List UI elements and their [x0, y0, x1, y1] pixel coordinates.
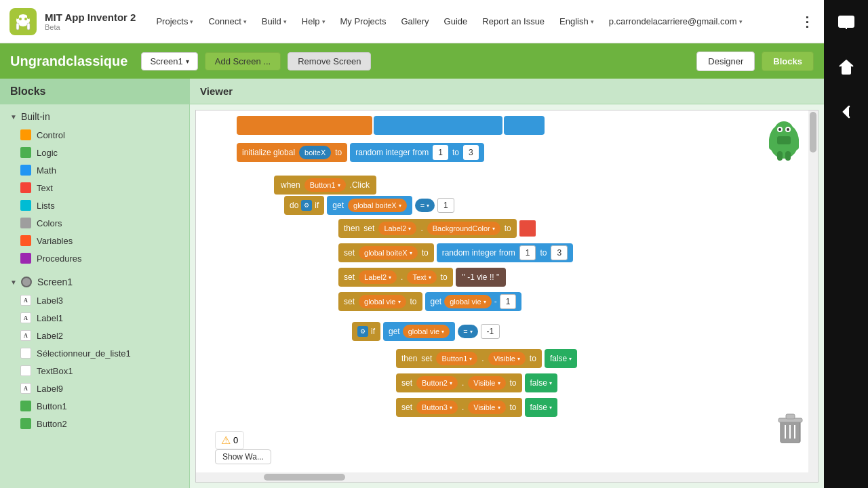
false3-block[interactable]: false ▾ — [525, 398, 557, 417]
btn3-dropdown[interactable]: Button3 ▾ — [416, 401, 458, 414]
nav-projects[interactable]: Projects▾ — [149, 11, 200, 32]
red-color-block[interactable] — [519, 220, 536, 237]
global-vie-dropdown[interactable]: global vie ▾ — [359, 295, 406, 308]
home-icon[interactable] — [834, 55, 859, 79]
sidebar-item-label9[interactable]: A Label9 — [0, 380, 189, 397]
svg-point-12 — [778, 128, 781, 131]
sidebar-item-lists[interactable]: Lists — [0, 197, 189, 214]
bgcolor-dropdown[interactable]: BackgroundColor ▾ — [427, 222, 500, 235]
sidebar-item-text[interactable]: Text — [0, 179, 189, 197]
sidebar: Blocks ▼ Built-in Control Logic M — [0, 79, 190, 488]
svg-point-3 — [24, 18, 27, 20]
label2-dropdown[interactable]: Label2 ▾ — [378, 222, 416, 235]
builtin-toggle[interactable]: ▼ Built-in — [0, 107, 189, 126]
sidebar-item-variables[interactable]: Variables — [0, 232, 189, 249]
nav-report[interactable]: Report an Issue — [475, 11, 551, 32]
random-integer-block: random integer from 1 to 3 — [350, 143, 484, 162]
add-screen-button[interactable]: Add Screen ... — [205, 52, 281, 70]
screen-view-icon[interactable] — [834, 10, 859, 35]
nav-guide[interactable]: Guide — [437, 11, 475, 32]
eq2-dropdown[interactable]: = ▾ — [458, 325, 477, 338]
show-warnings-button[interactable]: Show Wa... — [215, 449, 271, 464]
label2-text-dropdown[interactable]: Label2 ▾ — [359, 270, 397, 284]
nav-connect[interactable]: Connect▾ — [201, 11, 253, 32]
blocks-canvas[interactable]: initialize global boiteX to random integ… — [195, 110, 818, 483]
selector-icon — [20, 348, 31, 359]
when-click-block[interactable]: when Button1 ▾ .Click — [274, 176, 376, 195]
minus1-vie-string[interactable]: " -1 vie !! " — [456, 268, 507, 287]
nav-items: Projects▾ Connect▾ Build▾ Help▾ My Proje… — [149, 11, 797, 32]
sidebar-item-math[interactable]: Math — [0, 161, 189, 179]
visible2-dropdown[interactable]: Visible ▾ — [468, 376, 505, 390]
lists-icon — [20, 200, 31, 211]
button1-dropdown[interactable]: Button1 ▾ — [304, 178, 346, 192]
text-icon — [20, 182, 31, 193]
svg-rect-17 — [777, 151, 783, 161]
val3-input[interactable]: 3 — [463, 145, 479, 160]
top-partial-blocks — [237, 116, 545, 135]
designer-button[interactable]: Designer — [696, 52, 755, 71]
false1-block[interactable]: false ▾ — [545, 349, 577, 368]
false2-block[interactable]: false ▾ — [525, 373, 557, 392]
minus-1-val[interactable]: 1 — [500, 294, 517, 309]
sidebar-item-logic[interactable]: Logic — [0, 144, 189, 161]
get-global-vie2-block: get global vie ▾ — [383, 322, 455, 341]
minus1-val[interactable]: -1 — [481, 324, 500, 339]
partial-block-blue2[interactable] — [504, 116, 545, 135]
nav-my-projects[interactable]: My Projects — [334, 11, 393, 32]
trash-icon[interactable] — [775, 413, 806, 449]
val1-compare[interactable]: 1 — [437, 198, 454, 213]
rand-val1[interactable]: 1 — [519, 245, 536, 260]
set-global-vie-label: set global vie ▾ to — [338, 292, 422, 311]
init-global-block[interactable]: initialize global boiteX to random integ… — [237, 143, 484, 162]
vertical-scrollbar[interactable] — [808, 110, 818, 472]
btn1-dropdown[interactable]: Button1 ▾ — [436, 352, 477, 365]
sidebar-item-control[interactable]: Control — [0, 126, 189, 144]
rand-val3[interactable]: 3 — [551, 245, 568, 260]
sidebar-item-textbox1[interactable]: TextBox1 — [0, 362, 189, 380]
equals-dropdown[interactable]: = ▾ — [415, 199, 435, 212]
more-options-button[interactable]: ⋮ — [797, 10, 817, 33]
h-scrollbar-thumb[interactable] — [264, 474, 345, 481]
v-scrollbar-thumb[interactable] — [810, 112, 816, 152]
visible3-dropdown[interactable]: Visible ▾ — [468, 401, 505, 414]
visible1-dropdown[interactable]: Visible ▾ — [488, 352, 526, 365]
sidebar-item-label2[interactable]: A Label2 — [0, 327, 189, 344]
sidebar-item-button2[interactable]: Button2 — [0, 415, 189, 432]
partial-block-orange[interactable] — [237, 116, 372, 135]
colors-icon — [20, 218, 31, 228]
global-boiteX-dropdown[interactable]: global boiteX ▾ — [348, 199, 407, 212]
vie2-dropdown[interactable]: global vie ▾ — [403, 325, 450, 338]
screen1-toggle[interactable]: ▼ Screen1 — [0, 272, 189, 291]
nav-help[interactable]: Help▾ — [295, 11, 332, 32]
back-icon[interactable] — [834, 100, 859, 124]
init-global-label: initialize global boiteX to — [237, 143, 347, 162]
blocks-area: initialize global boiteX to random integ… — [196, 110, 818, 468]
nav-build[interactable]: Build▾ — [255, 11, 294, 32]
nav-english[interactable]: English▾ — [553, 11, 601, 32]
val1-input[interactable]: 1 — [433, 145, 448, 160]
top-nav: MIT App Inventor 2 Beta Projects▾ Connec… — [0, 0, 824, 43]
sidebar-item-button1[interactable]: Button1 — [0, 397, 189, 415]
if-icon2: ⚙ — [357, 326, 368, 337]
remove-screen-button[interactable]: Remove Screen — [288, 52, 371, 70]
sidebar-item-label1[interactable]: A Label1 — [0, 309, 189, 327]
if-icon: ⚙ — [301, 200, 312, 211]
partial-block-blue[interactable] — [374, 116, 502, 135]
set-button3-visible-block: set Button3 ▾ . Visible ▾ to — [396, 398, 557, 417]
sidebar-item-procedures[interactable]: Procedures — [0, 249, 189, 267]
sidebar-header: Blocks — [0, 79, 189, 104]
nav-gallery[interactable]: Gallery — [394, 11, 435, 32]
get-vie-dropdown[interactable]: global vie ▾ — [444, 295, 491, 308]
do-label: do ⚙ if — [284, 196, 324, 215]
blocks-button[interactable]: Blocks — [762, 52, 814, 71]
screen1-dropdown[interactable]: Screen1 ▾ — [141, 52, 197, 70]
nav-user-email[interactable]: p.carrondelacarriere@gmail.com▾ — [602, 11, 749, 32]
sidebar-item-label3[interactable]: A Label3 — [0, 291, 189, 309]
set-boiteX-dropdown[interactable]: global boiteX ▾ — [359, 246, 418, 260]
horizontal-scrollbar[interactable] — [196, 472, 818, 482]
sidebar-item-selectionneur[interactable]: Sélectionneur_de_liste1 — [0, 344, 189, 362]
sidebar-item-colors[interactable]: Colors — [0, 214, 189, 232]
text-dropdown[interactable]: Text ▾ — [407, 270, 436, 284]
btn2-dropdown[interactable]: Button2 ▾ — [416, 376, 458, 390]
